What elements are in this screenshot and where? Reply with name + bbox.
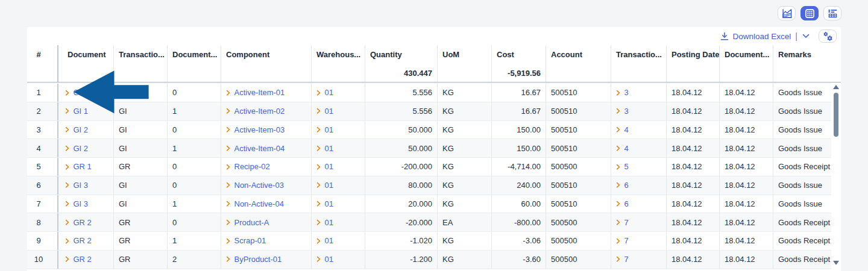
cell-transaction[interactable]: 6	[611, 176, 667, 195]
vertical-scrollbar[interactable]	[831, 83, 841, 271]
table-view-button[interactable]	[800, 6, 819, 20]
column-header-quantity[interactable]: Quantity	[365, 45, 438, 64]
transaction-link[interactable]: 6	[624, 181, 629, 190]
transaction-link[interactable]: 4	[624, 125, 629, 134]
component-link[interactable]: Scrap-01	[234, 236, 266, 245]
transaction-link[interactable]: 5	[624, 162, 629, 171]
cell-component[interactable]: Active-Item-04	[221, 139, 312, 157]
component-link[interactable]: Active-Item-04	[234, 144, 285, 153]
column-header-remarks[interactable]: Remarks	[773, 45, 831, 64]
warehouse-link[interactable]: 01	[325, 162, 333, 171]
document-link[interactable]: GR 2	[74, 218, 92, 227]
column-header-document[interactable]: Document	[58, 45, 114, 64]
warehouse-link[interactable]: 01	[325, 88, 333, 97]
cell-warehouse[interactable]: 01	[312, 195, 365, 213]
column-header-cost[interactable]: Cost	[492, 45, 546, 64]
transaction-link[interactable]: 3	[624, 88, 629, 97]
document-link[interactable]: GI 3	[74, 181, 89, 190]
cell-transaction[interactable]: 4	[611, 139, 667, 157]
cell-document[interactable]: GR 2	[58, 213, 114, 231]
cell-warehouse[interactable]: 01	[312, 176, 365, 195]
cell-component[interactable]: Non-Active-04	[221, 195, 312, 213]
cell-document[interactable]: GR 2	[58, 232, 114, 250]
cell-transaction[interactable]: 5	[611, 158, 667, 176]
document-link[interactable]: GR 2	[74, 255, 92, 264]
cell-document[interactable]: GI 2	[58, 121, 114, 139]
cell-transaction[interactable]: 7	[611, 251, 667, 269]
document-link[interactable]: GI 1	[74, 107, 89, 116]
scroll-up-arrow-icon[interactable]	[833, 85, 839, 89]
cell-document[interactable]: GI 2	[58, 139, 114, 157]
table-row[interactable]: 6GI 3GI0Non-Active-030180.000KG240.00500…	[27, 176, 841, 195]
cell-component[interactable]: Scrap-01	[221, 232, 312, 250]
scrollbar-thumb[interactable]	[834, 93, 839, 137]
table-row[interactable]: 2GI 1GI1Active-Item-02015.556KG16.675005…	[27, 102, 841, 121]
document-link[interactable]: GR 1	[74, 162, 92, 171]
download-excel-button[interactable]: Download Excel |	[720, 31, 810, 41]
transaction-link[interactable]: 7	[624, 255, 629, 264]
transaction-link[interactable]: 7	[624, 236, 629, 245]
column-header-posting_date[interactable]: Posting Date	[667, 45, 720, 64]
column-header-account[interactable]: Account	[546, 45, 611, 64]
scroll-down-arrow-icon[interactable]	[833, 261, 839, 265]
column-header-uom[interactable]: UoM	[438, 45, 492, 64]
cell-warehouse[interactable]: 01	[312, 213, 365, 231]
column-header-transaction_type[interactable]: Transactio...	[114, 45, 168, 64]
warehouse-link[interactable]: 01	[325, 107, 333, 116]
table-row[interactable]: 7GI 3GI1Non-Active-040120.000KG60.005005…	[27, 195, 841, 214]
document-link[interactable]: GR 2	[74, 236, 92, 245]
column-header-component[interactable]: Component	[221, 45, 312, 64]
cell-warehouse[interactable]: 01	[312, 84, 365, 102]
column-header-transaction[interactable]: Transactio...	[611, 45, 667, 64]
column-header-document_date[interactable]: Document...	[720, 45, 773, 64]
document-link[interactable]: GI 3	[74, 199, 89, 208]
chevron-down-icon[interactable]	[802, 34, 810, 39]
cell-document[interactable]: GI 3	[58, 176, 114, 195]
cell-document[interactable]: GR 1	[58, 158, 114, 176]
warehouse-link[interactable]: 01	[325, 255, 333, 264]
component-link[interactable]: Recipe-02	[234, 162, 270, 171]
warehouse-link[interactable]: 01	[325, 181, 333, 190]
component-link[interactable]: Non-Active-04	[234, 199, 284, 208]
cell-document[interactable]: GI 1	[58, 84, 114, 102]
document-link[interactable]: GI 2	[74, 144, 89, 153]
cell-component[interactable]: Non-Active-03	[221, 176, 312, 195]
table-row[interactable]: 9GR 2GR1Scrap-0101-1.020KG-3.06500500718…	[27, 232, 841, 251]
table-settings-button[interactable]	[819, 30, 837, 43]
transaction-link[interactable]: 6	[624, 199, 629, 208]
warehouse-link[interactable]: 01	[325, 199, 333, 208]
component-link[interactable]: Product-A	[234, 218, 269, 227]
cell-warehouse[interactable]: 01	[312, 251, 365, 269]
component-link[interactable]: Active-Item-02	[234, 107, 285, 116]
warehouse-link[interactable]: 01	[325, 144, 333, 153]
cell-component[interactable]: Active-Item-02	[221, 102, 312, 120]
pivot-view-button[interactable]	[823, 6, 841, 20]
cell-document[interactable]: GI 3	[58, 195, 114, 213]
cell-component[interactable]: Product-A	[221, 213, 312, 231]
cell-transaction[interactable]: 3	[611, 102, 667, 120]
document-link[interactable]: GI 2	[74, 125, 89, 134]
cell-transaction[interactable]: 7	[611, 213, 667, 231]
cell-warehouse[interactable]: 01	[312, 158, 365, 176]
cell-transaction[interactable]: 3	[611, 84, 667, 102]
cell-document[interactable]: GR 2	[58, 251, 114, 269]
transaction-link[interactable]: 7	[624, 218, 629, 227]
warehouse-link[interactable]: 01	[325, 218, 333, 227]
cell-transaction[interactable]: 4	[611, 121, 667, 139]
table-row[interactable]: 10GR 2GR2ByProduct-0101-1.200KG-3.605005…	[27, 251, 841, 269]
table-row[interactable]: 4GI 2GI1Active-Item-040150.000KG150.0050…	[27, 139, 841, 158]
component-link[interactable]: Active-Item-03	[234, 125, 285, 134]
cell-transaction[interactable]: 6	[611, 195, 667, 213]
warehouse-link[interactable]: 01	[325, 125, 333, 134]
column-header-document_line[interactable]: Document...	[168, 45, 221, 64]
table-row[interactable]: 3GI 2GI0Active-Item-030150.000KG150.0050…	[27, 121, 841, 140]
cell-component[interactable]: Active-Item-01	[221, 84, 312, 102]
chart-view-button[interactable]	[778, 6, 796, 20]
column-header-index[interactable]: #	[27, 45, 58, 64]
table-row[interactable]: 5GR 1GR0Recipe-0201-200.000KG-4,714.0050…	[27, 158, 841, 176]
component-link[interactable]: Non-Active-03	[234, 181, 284, 190]
transaction-link[interactable]: 3	[624, 107, 629, 116]
component-link[interactable]: ByProduct-01	[234, 255, 282, 264]
cell-warehouse[interactable]: 01	[312, 232, 365, 250]
cell-warehouse[interactable]: 01	[312, 102, 365, 120]
